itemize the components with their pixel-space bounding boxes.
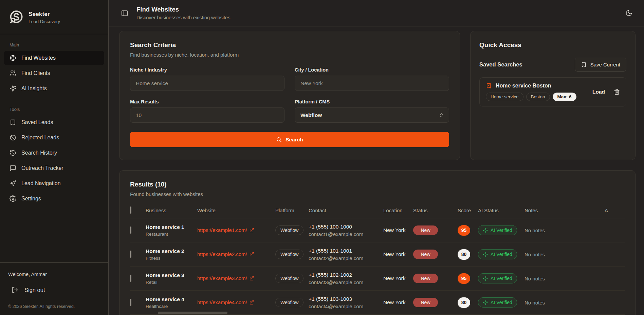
select-all-checkbox[interactable] — [130, 206, 131, 214]
sidebar-item-label: Outreach Tracker — [21, 165, 63, 171]
save-current-button[interactable]: Save Current — [575, 58, 626, 72]
sidebar-item-lead-navigation[interactable]: Lead Navigation — [4, 176, 104, 191]
col-contact: Contact — [309, 208, 383, 213]
max-results-input[interactable] — [130, 107, 284, 123]
field-niche: Niche / Industry — [130, 67, 284, 91]
row-checkbox[interactable] — [130, 275, 131, 282]
sparkles-icon — [483, 252, 488, 257]
tag-city: Boston — [526, 93, 550, 101]
globe-icon — [10, 55, 16, 61]
score-badge: 80 — [458, 249, 470, 260]
location-cell: New York — [383, 251, 413, 257]
load-button[interactable]: Load — [592, 89, 605, 95]
contact-email: contact3@example.com — [309, 279, 383, 285]
sparkles-icon — [483, 300, 488, 305]
sidebar-toggle-button[interactable] — [121, 9, 128, 17]
status-badge: New — [413, 298, 438, 307]
trash-icon — [614, 89, 620, 95]
history-icon — [10, 150, 16, 156]
website-link[interactable]: https://example2.com/ — [197, 251, 254, 257]
sidebar-nav: Main Find Websites Find Clients AI Insig… — [0, 34, 108, 207]
business-name: Home service 4 — [146, 296, 197, 302]
col-score: Score — [458, 208, 478, 213]
sidebar-item-label: Saved Leads — [21, 119, 53, 125]
sidebar-item-ai-insights[interactable]: AI Insights — [4, 81, 104, 96]
location-cell: New York — [383, 275, 413, 281]
status-badge: New — [413, 250, 438, 259]
platform-badge: Webflow — [275, 298, 303, 307]
platform-select[interactable]: Webflow — [295, 107, 449, 123]
field-platform: Platform / CMS Webflow — [295, 99, 449, 123]
business-name: Home service 2 — [146, 248, 197, 254]
gear-icon — [10, 195, 16, 202]
sidebar-item-label: Rejected Leads — [21, 135, 59, 141]
saved-search-title-row: Home service Boston — [486, 83, 576, 89]
top-header: Find Websites Discover businesses with e… — [109, 0, 644, 26]
saved-search-item: Home service Boston Home service Boston … — [479, 77, 626, 106]
ai-status-badge: AI Verified — [478, 273, 517, 283]
sidebar-item-find-clients[interactable]: Find Clients — [4, 66, 104, 80]
ai-status-badge: AI Verified — [478, 225, 517, 235]
website-link[interactable]: https://example1.com/ — [197, 227, 254, 233]
signout-button[interactable]: Sign out — [12, 287, 100, 293]
sparkles-icon — [10, 85, 16, 92]
field-max-results: Max Results — [130, 99, 284, 123]
sidebar-item-rejected-leads[interactable]: Rejected Leads — [4, 131, 104, 145]
city-label: City / Location — [295, 67, 449, 73]
navigation-icon — [10, 180, 16, 187]
col-platform: Platform — [275, 208, 309, 213]
city-input[interactable] — [295, 76, 449, 91]
page-content: Search Criteria Find businesses by niche… — [109, 26, 644, 315]
row-checkbox[interactable] — [130, 227, 131, 234]
contact-phone: +1 (555) 101-1001 — [309, 248, 383, 254]
score-badge: 95 — [458, 273, 470, 284]
table-row: Home service 1 Restaurant https://exampl… — [130, 218, 625, 242]
website-link[interactable]: https://example4.com/ — [197, 299, 254, 305]
search-criteria-subtitle: Find businesses by niche, location, and … — [130, 52, 449, 58]
status-badge: New — [413, 225, 438, 235]
sparkles-icon — [483, 228, 488, 233]
row-checkbox[interactable] — [130, 299, 131, 306]
app-title-block: Seekter Lead Discovery — [29, 11, 60, 24]
sidebar-item-search-history[interactable]: Search History — [4, 146, 104, 160]
search-button[interactable]: Search — [130, 132, 449, 147]
search-icon — [276, 137, 282, 142]
sidebar-item-saved-leads[interactable]: Saved Leads — [4, 115, 104, 130]
contact-email: contact1@example.com — [309, 231, 383, 237]
business-name: Home service 3 — [146, 272, 197, 278]
search-form: Niche / Industry City / Location Max Res… — [130, 67, 449, 123]
seekter-logo-icon — [8, 9, 24, 25]
external-link-icon — [250, 300, 254, 305]
sidebar-footer: Welcome, Ammar Sign out © 2026 Seekter. … — [0, 262, 108, 315]
theme-toggle-button[interactable] — [625, 9, 632, 17]
contact-phone: +1 (555) 102-1002 — [309, 272, 383, 278]
business-category: Restaurant — [146, 232, 197, 237]
main-area: Find Websites Discover businesses with e… — [109, 0, 644, 315]
logout-icon — [12, 287, 18, 293]
website-url: https://example1.com/ — [197, 227, 247, 233]
row-checkbox[interactable] — [130, 251, 131, 258]
panel-left-icon — [121, 9, 128, 17]
chevrons-up-down-icon — [439, 113, 444, 118]
sidebar-item-settings[interactable]: Settings — [4, 192, 104, 206]
saved-search-actions: Load — [592, 89, 620, 95]
page-title: Find Websites — [136, 6, 230, 13]
search-criteria-title: Search Criteria — [130, 41, 449, 49]
welcome-text: Welcome, Ammar — [8, 272, 100, 277]
col-notes: Notes — [525, 208, 605, 213]
horizontal-scrollbar[interactable] — [158, 312, 227, 314]
col-actions-truncated: A — [605, 208, 625, 213]
app-tagline: Lead Discovery — [29, 19, 60, 24]
saved-search-tags: Home service Boston Max: 6 — [486, 93, 576, 101]
business-category: Retail — [146, 280, 197, 285]
website-url: https://example2.com/ — [197, 251, 247, 257]
platform-badge: Webflow — [275, 225, 303, 235]
sidebar-item-find-websites[interactable]: Find Websites — [4, 51, 104, 65]
page-subtitle: Discover businesses with existing websit… — [136, 15, 230, 20]
delete-saved-search-button[interactable] — [614, 89, 620, 95]
sidebar-item-outreach-tracker[interactable]: Outreach Tracker — [4, 161, 104, 175]
platform-badge: Webflow — [275, 274, 303, 283]
business-name: Home service 1 — [146, 224, 197, 230]
website-link[interactable]: https://example3.com/ — [197, 275, 254, 281]
niche-input[interactable] — [130, 76, 284, 91]
